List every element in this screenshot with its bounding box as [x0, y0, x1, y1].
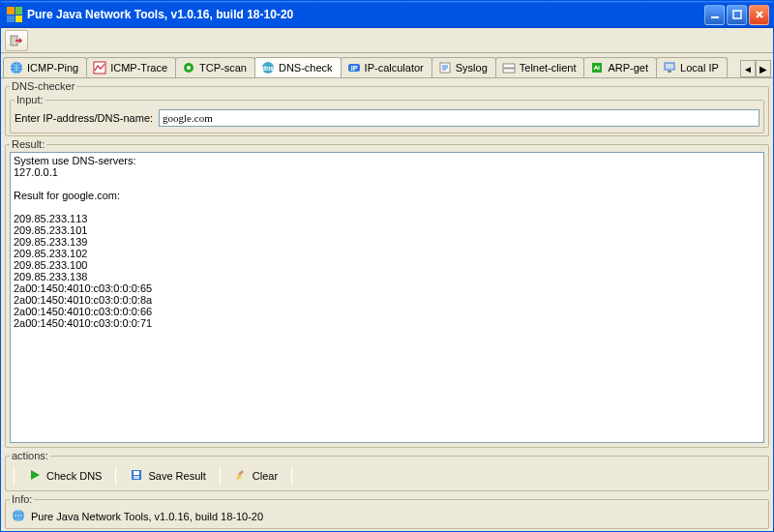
svg-rect-1	[733, 11, 741, 18]
tab-label: IP-calculator	[365, 62, 424, 74]
svg-rect-15	[665, 63, 674, 70]
svg-rect-16	[668, 71, 671, 73]
svg-rect-19	[134, 476, 139, 479]
titlebar: Pure Java Network Tools, v1.0.16, build …	[1, 1, 773, 28]
broom-icon	[234, 468, 248, 484]
check-dns-button[interactable]: Check DNS	[20, 466, 109, 486]
input-group-label: Input:	[15, 94, 45, 105]
info-group: Info: Pure Java Network Tools, v1.0.16, …	[5, 493, 769, 529]
dns-icon: dns	[261, 61, 275, 74]
arp-icon	[590, 61, 604, 74]
panel-title: DNS-checker	[10, 80, 76, 92]
tab-icmp-ping[interactable]: ICMP-Ping	[3, 57, 87, 77]
maximize-button[interactable]	[727, 5, 747, 25]
tab-panel: DNS-checker Input: Enter IP-address/DNS-…	[1, 78, 773, 531]
tab-label: ICMP-Ping	[27, 62, 78, 74]
dns-checker-group: DNS-checker Input: Enter IP-address/DNS-…	[5, 80, 769, 136]
tab-local-ip[interactable]: Local IP	[656, 57, 728, 77]
info-group-label: Info:	[10, 493, 34, 505]
tab-label: Local IP	[680, 62, 719, 74]
svg-rect-12	[503, 64, 515, 68]
tab-label: Telnet-client	[520, 62, 577, 74]
terminal-icon	[502, 61, 516, 74]
window-title: Pure Java Network Tools, v1.0.16, build …	[27, 8, 704, 21]
tab-dns-check[interactable]: dns DNS-check	[254, 57, 342, 78]
tab-telnet-client[interactable]: Telnet-client	[495, 57, 585, 77]
actions-group-label: actions:	[10, 450, 50, 461]
tab-bar: ICMP-Ping ICMP-Trace TCP-scan dns DNS-ch…	[1, 53, 773, 78]
result-group: Result:	[5, 138, 769, 448]
save-result-button[interactable]: Save Result	[122, 466, 213, 486]
ip-icon: IP	[347, 61, 361, 74]
tab-label: ARP-get	[608, 62, 648, 74]
svg-point-6	[187, 66, 191, 70]
monitor-icon	[663, 61, 676, 74]
button-label: Clear	[253, 470, 278, 482]
button-label: Save Result	[148, 470, 205, 482]
tab-label: Syslog	[456, 62, 488, 74]
app-icon	[7, 7, 22, 22]
tab-arp-get[interactable]: ARP-get	[583, 57, 657, 77]
actions-group: actions: Check DNS Save Result Clear	[5, 450, 769, 491]
svg-rect-13	[503, 69, 515, 73]
globe-icon	[12, 509, 25, 524]
input-group: Input: Enter IP-address/DNS-name:	[10, 94, 764, 133]
tab-icmp-trace[interactable]: ICMP-Trace	[86, 57, 176, 77]
info-text: Pure Java Network Tools, v1.0.16, build …	[31, 511, 263, 522]
minimize-button[interactable]	[704, 5, 725, 25]
log-icon	[438, 61, 452, 74]
svg-rect-0	[711, 16, 719, 18]
result-group-label: Result:	[10, 138, 46, 150]
window-controls	[704, 5, 769, 25]
play-icon	[28, 468, 42, 484]
result-textarea[interactable]	[10, 152, 764, 443]
clear-button[interactable]: Clear	[226, 466, 285, 486]
tab-label: TCP-scan	[199, 62, 247, 74]
dns-name-input[interactable]	[159, 109, 759, 127]
tab-scroll-left[interactable]: ◄	[740, 60, 756, 77]
tab-tcp-scan[interactable]: TCP-scan	[175, 57, 255, 77]
tab-scroll-right[interactable]: ▶	[756, 60, 771, 77]
tab-label: DNS-check	[279, 62, 333, 74]
main-toolbar	[1, 28, 773, 53]
svg-rect-18	[134, 471, 139, 475]
save-icon	[130, 468, 143, 484]
button-label: Check DNS	[46, 470, 102, 482]
app-window: Pure Java Network Tools, v1.0.16, build …	[0, 0, 774, 532]
svg-text:dns: dns	[262, 65, 275, 72]
trace-icon	[93, 61, 106, 74]
close-button[interactable]	[749, 5, 769, 25]
tab-label: ICMP-Trace	[110, 62, 167, 74]
scan-icon	[182, 61, 195, 74]
tab-ip-calculator[interactable]: IP IP-calculator	[341, 57, 432, 77]
globe-icon	[10, 61, 23, 74]
svg-text:IP: IP	[350, 65, 357, 72]
exit-button[interactable]	[5, 30, 28, 51]
input-label: Enter IP-address/DNS-name:	[15, 112, 153, 124]
tab-syslog[interactable]: Syslog	[432, 57, 496, 77]
